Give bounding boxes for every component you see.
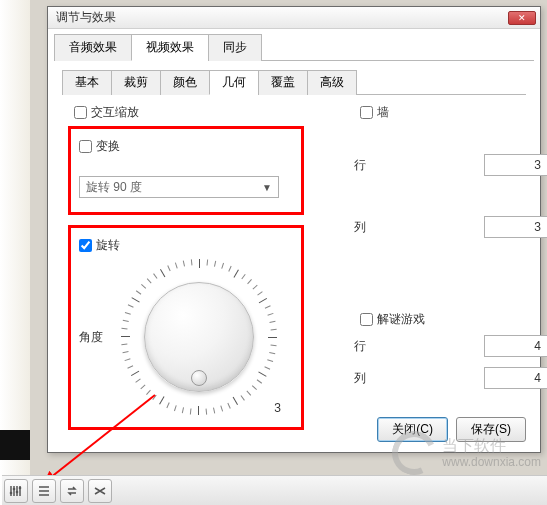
- col1-value: 3: [485, 217, 547, 237]
- watermark-logo-icon: [386, 425, 442, 481]
- dial-knob[interactable]: [144, 282, 254, 392]
- tab-basic[interactable]: 基本: [62, 70, 112, 95]
- col2-label: 列: [354, 370, 378, 387]
- close-button[interactable]: ✕: [508, 11, 536, 25]
- tab-sync[interactable]: 同步: [208, 34, 262, 61]
- background-dark: [0, 430, 30, 460]
- rotation-dial[interactable]: 3: [119, 257, 279, 417]
- dialog-title: 调节与效果: [56, 9, 508, 26]
- transform-combo[interactable]: 旋转 90 度 ▼: [79, 176, 279, 198]
- tab-overlay[interactable]: 覆盖: [258, 70, 308, 95]
- tab-audio-effects[interactable]: 音频效果: [54, 34, 132, 61]
- main-tabs: 音频效果 视频效果 同步: [54, 33, 534, 61]
- tab-color[interactable]: 颜色: [160, 70, 210, 95]
- interactive-zoom-checkbox[interactable]: [74, 106, 87, 119]
- col1-spinner[interactable]: 3 ▲▼: [484, 216, 547, 238]
- highlight-transform-box: 变换 旋转 90 度 ▼: [68, 126, 304, 215]
- dial-indicator: [191, 370, 207, 386]
- row1-spinner[interactable]: 3 ▲▼: [484, 154, 547, 176]
- col2-spinner[interactable]: 4 ▲▼: [484, 367, 547, 389]
- loop-button[interactable]: [60, 479, 84, 503]
- svg-point-1: [10, 491, 13, 494]
- watermark-url: www.downxia.com: [442, 455, 541, 469]
- puzzle-row: 解谜游戏: [354, 308, 547, 331]
- wall-label: 墙: [377, 104, 389, 121]
- equalizer-button[interactable]: [4, 479, 28, 503]
- col1-label: 列: [354, 219, 378, 236]
- puzzle-checkbox[interactable]: [360, 313, 373, 326]
- row2-spinner[interactable]: 4 ▲▼: [484, 335, 547, 357]
- sub-tabs: 基本 裁剪 颜色 几何 覆盖 高级: [62, 69, 526, 95]
- col2-value: 4: [485, 368, 547, 388]
- svg-point-3: [16, 490, 19, 493]
- rotate-checkbox[interactable]: [79, 239, 92, 252]
- interactive-zoom-label: 交互缩放: [91, 104, 139, 121]
- row2-label: 行: [354, 338, 378, 355]
- wall-checkbox[interactable]: [360, 106, 373, 119]
- tab-video-effects[interactable]: 视频效果: [131, 34, 209, 61]
- row1-label: 行: [354, 157, 378, 174]
- transform-checkbox[interactable]: [79, 140, 92, 153]
- svg-point-2: [13, 487, 16, 490]
- transform-combo-value: 旋转 90 度: [86, 179, 142, 196]
- row1-value: 3: [485, 155, 547, 175]
- transform-label: 变换: [96, 138, 120, 155]
- interactive-zoom-row: 交互缩放: [68, 101, 304, 124]
- shuffle-button[interactable]: [88, 479, 112, 503]
- tab-crop[interactable]: 裁剪: [111, 70, 161, 95]
- watermark: 当下软件 www.downxia.com: [392, 431, 541, 475]
- angle-label: 角度: [79, 329, 109, 346]
- titlebar: 调节与效果 ✕: [48, 7, 540, 29]
- tab-geometry[interactable]: 几何: [209, 70, 259, 95]
- dial-value: 3: [274, 401, 281, 415]
- adjustments-effects-dialog: 调节与效果 ✕ 音频效果 视频效果 同步 基本 裁剪 颜色 几何 覆盖 高级 交…: [47, 6, 541, 453]
- puzzle-label: 解谜游戏: [377, 311, 425, 328]
- wall-row: 墙: [354, 101, 547, 124]
- tab-advanced[interactable]: 高级: [307, 70, 357, 95]
- watermark-site: 当下软件: [442, 436, 541, 455]
- chevron-down-icon: ▼: [262, 182, 272, 193]
- rotate-label: 旋转: [96, 237, 120, 254]
- svg-point-4: [19, 486, 22, 489]
- row2-value: 4: [485, 336, 547, 356]
- playlist-button[interactable]: [32, 479, 56, 503]
- bottom-toolbar: [2, 475, 547, 505]
- highlight-rotate-box: 旋转 角度 3: [68, 225, 304, 430]
